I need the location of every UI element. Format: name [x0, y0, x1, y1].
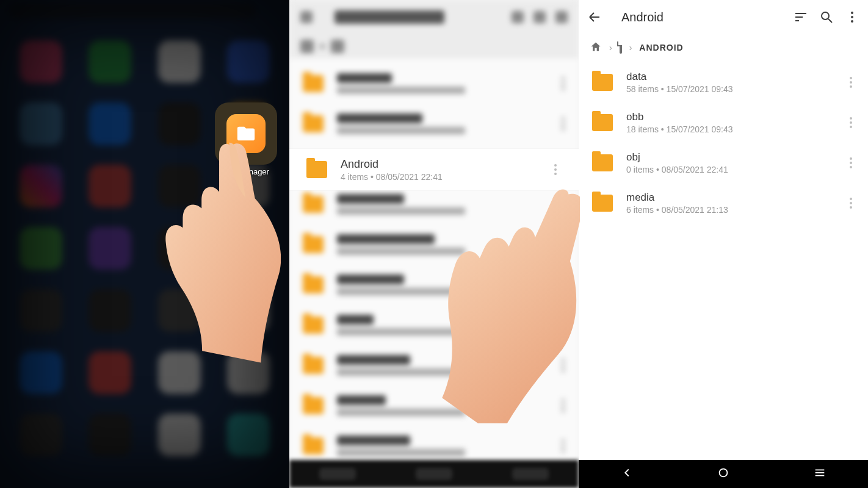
app-icon-label: File Manager	[215, 167, 277, 176]
folder-subtitle: 0 items • 08/05/2021 22:41	[626, 165, 831, 174]
folder-name: media	[626, 192, 831, 204]
file-manager-app-icon[interactable]: File Manager	[215, 102, 277, 176]
folder-icon	[226, 114, 266, 153]
android-nav-bar	[579, 460, 868, 488]
home-screen-panel: File Manager	[0, 0, 289, 488]
svg-point-4	[720, 469, 728, 477]
nav-recent-button[interactable]	[813, 466, 826, 482]
back-button[interactable]	[587, 10, 602, 24]
folder-row[interactable]: media 6 items • 08/05/2021 21:13	[579, 183, 868, 223]
nav-home-button[interactable]	[717, 466, 730, 482]
internal-storage-panel: Android 4 items • 08/05/2021 22:41	[289, 0, 579, 488]
folder-icon	[306, 161, 327, 178]
more-options-button[interactable]	[845, 115, 857, 130]
folder-icon	[592, 114, 613, 131]
overflow-menu-button[interactable]	[845, 10, 859, 24]
folder-row-android[interactable]: Android 4 items • 08/05/2021 22:41	[289, 149, 579, 190]
svg-point-3	[851, 20, 853, 23]
sort-button[interactable]	[794, 10, 808, 24]
folder-name: obb	[626, 111, 831, 123]
page-title: Android	[621, 10, 664, 24]
breadcrumb-current: ANDROID	[639, 43, 683, 52]
folder-subtitle: 6 items • 08/05/2021 21:13	[626, 205, 831, 215]
folder-name: obj	[626, 151, 831, 163]
svg-point-2	[851, 16, 853, 18]
more-options-button[interactable]	[845, 75, 857, 90]
home-blur-layer	[0, 0, 289, 488]
breadcrumb-storage[interactable]	[620, 43, 622, 52]
folder-icon	[592, 74, 613, 91]
app-bar: Android	[579, 0, 868, 34]
breadcrumb: › › ANDROID	[579, 34, 868, 61]
folder-row[interactable]: obj 0 items • 08/05/2021 22:41	[579, 143, 868, 183]
folder-icon	[592, 154, 613, 171]
folder-subtitle: 58 items • 15/07/2021 09:43	[626, 84, 831, 94]
folder-subtitle: 4 items • 08/05/2021 22:41	[341, 172, 536, 182]
folder-subtitle: 18 items • 15/07/2021 09:43	[626, 124, 831, 134]
breadcrumb-home[interactable]	[590, 41, 602, 55]
svg-point-1	[851, 12, 853, 14]
more-options-button[interactable]	[845, 156, 857, 170]
folder-name: data	[626, 71, 831, 83]
android-folder-panel: Android › › ANDROID	[579, 0, 868, 488]
blurred-list-layer	[289, 0, 579, 488]
search-button[interactable]	[819, 10, 834, 24]
chevron-right-icon: ›	[629, 43, 632, 52]
more-options-button[interactable]	[549, 162, 562, 177]
folder-icon	[592, 195, 613, 212]
svg-point-0	[822, 12, 829, 20]
nav-back-button[interactable]	[620, 466, 634, 482]
folder-name: Android	[341, 158, 536, 171]
android-nav-bar	[289, 460, 579, 488]
more-options-button[interactable]	[845, 196, 857, 210]
folder-list: data 58 items • 15/07/2021 09:43 obb 18 …	[579, 61, 868, 224]
chevron-right-icon: ›	[609, 43, 612, 52]
folder-row[interactable]: data 58 items • 15/07/2021 09:43	[579, 62, 868, 102]
folder-row[interactable]: obb 18 items • 15/07/2021 09:43	[579, 102, 868, 143]
